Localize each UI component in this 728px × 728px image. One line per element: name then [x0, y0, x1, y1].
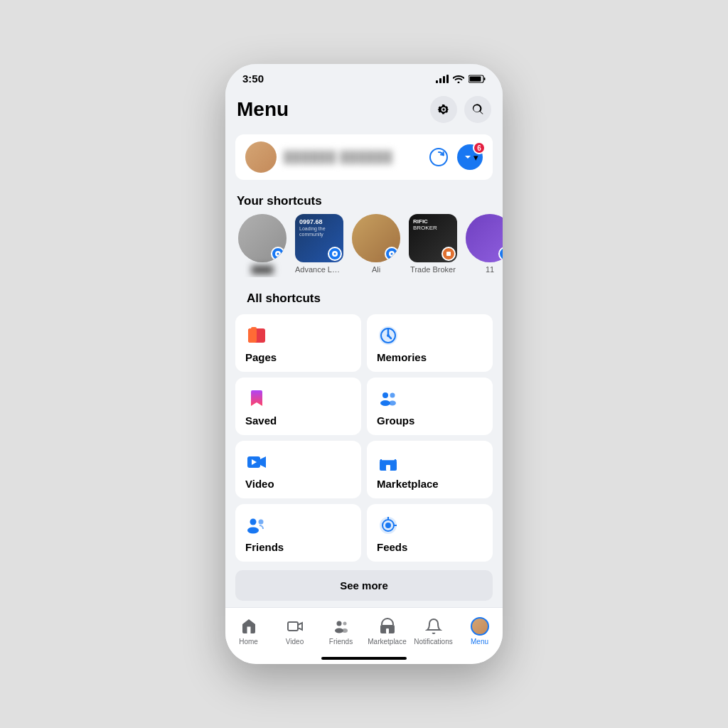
groups-card[interactable]: Groups	[367, 378, 493, 435]
shortcut-label: ████	[251, 265, 273, 274]
svg-rect-6	[248, 328, 257, 343]
groups-icon	[377, 387, 400, 410]
svg-rect-27	[288, 622, 298, 631]
nav-menu[interactable]: Menu	[456, 617, 503, 646]
battery-icon	[469, 75, 486, 83]
header-icons	[430, 96, 491, 123]
shortcuts-grid: Pages Memories	[235, 314, 493, 562]
saved-icon	[245, 387, 268, 410]
svg-point-29	[343, 621, 346, 625]
signal-icon	[436, 75, 449, 83]
list-item[interactable]: 11	[464, 214, 503, 274]
see-more-button[interactable]: See more	[235, 570, 493, 601]
nav-notifications-label: Notifications	[414, 638, 452, 646]
feeds-icon	[377, 514, 400, 537]
nav-home-label: Home	[239, 638, 258, 646]
svg-rect-4	[446, 252, 451, 256]
nav-menu-label: Menu	[471, 638, 488, 646]
refresh-icon	[428, 146, 449, 168]
svg-point-3	[430, 149, 447, 166]
nav-notifications[interactable]: Notifications	[410, 617, 456, 646]
svg-rect-33	[386, 628, 389, 633]
all-shortcuts-section: All shortcuts Pages	[225, 277, 503, 567]
video-label: Video	[245, 478, 274, 490]
bottom-nav: Home Video Friends	[225, 607, 503, 664]
wifi-icon	[453, 75, 464, 83]
status-bar: 3:50	[225, 64, 503, 89]
friends-icon	[245, 514, 268, 537]
home-icon	[240, 617, 258, 636]
profile-left: ██████ ██████	[245, 141, 392, 173]
memories-label: Memories	[377, 351, 427, 363]
search-icon	[471, 102, 485, 117]
shortcuts-title: Your shortcuts	[225, 186, 503, 214]
svg-point-13	[380, 400, 390, 406]
marketplace-label: Marketplace	[377, 478, 439, 490]
friends-label: Friends	[245, 541, 284, 553]
nav-video-icon	[286, 617, 304, 636]
shortcut-label: Trade Broker	[410, 265, 456, 274]
settings-button[interactable]	[430, 96, 457, 123]
video-card[interactable]: Video	[235, 441, 361, 498]
shortcuts-section: Your shortcuts ████ 0997.68 Loading th	[225, 186, 503, 277]
avatar	[245, 141, 277, 173]
svg-rect-1	[484, 77, 486, 80]
nav-friends-icon	[332, 617, 350, 636]
groups-label: Groups	[377, 414, 414, 427]
list-item[interactable]: Ali	[350, 214, 402, 274]
feeds-label: Feeds	[377, 541, 407, 553]
svg-point-24	[385, 523, 391, 528]
refresh-button[interactable]	[426, 144, 451, 170]
svg-point-11	[382, 392, 388, 398]
all-shortcuts-title: All shortcuts	[235, 283, 493, 311]
marketplace-icon	[377, 451, 400, 473]
nav-friends-label: Friends	[329, 638, 353, 646]
nav-marketplace-icon	[378, 617, 397, 636]
shortcut-label: Advance Loading S...	[295, 265, 343, 274]
pages-card[interactable]: Pages	[235, 314, 361, 372]
dropdown-container: ▾ 6	[457, 144, 483, 170]
nav-friends[interactable]: Friends	[318, 617, 364, 646]
video-icon	[245, 451, 268, 473]
svg-point-19	[250, 519, 257, 525]
nav-notifications-icon	[424, 617, 443, 636]
profile-card[interactable]: ██████ ██████ ▾	[235, 134, 493, 180]
nav-home[interactable]: Home	[225, 617, 272, 646]
page-title: Menu	[237, 98, 289, 121]
nav-video[interactable]: Video	[272, 617, 318, 646]
saved-card[interactable]: Saved	[235, 378, 361, 435]
search-button[interactable]	[464, 96, 491, 123]
svg-point-28	[336, 621, 341, 626]
gear-icon	[437, 102, 451, 117]
pages-icon	[245, 324, 268, 347]
shortcut-label: 11	[486, 265, 494, 274]
svg-rect-2	[470, 76, 481, 81]
shortcuts-scroll: ████ 0997.68 Loading the community Advan…	[225, 214, 503, 277]
shortcut-label: Ali	[372, 265, 380, 274]
memories-card[interactable]: Memories	[367, 314, 493, 372]
friends-card[interactable]: Friends	[235, 504, 361, 562]
svg-rect-18	[386, 465, 390, 471]
nav-marketplace[interactable]: Marketplace	[364, 617, 410, 646]
nav-avatar	[471, 617, 489, 636]
page-content: Menu ██████ ██████	[225, 89, 503, 658]
chevron-down-icon	[462, 151, 473, 163]
svg-point-31	[342, 628, 348, 633]
list-item[interactable]: RIFIC BROKER Trade Broker	[407, 214, 459, 274]
svg-rect-7	[251, 327, 257, 330]
svg-point-14	[389, 401, 396, 406]
profile-right: ▾ 6	[426, 144, 483, 170]
marketplace-card[interactable]: Marketplace	[367, 441, 493, 498]
svg-point-12	[390, 393, 395, 398]
profile-name: ██████ ██████	[284, 151, 392, 164]
feeds-card[interactable]: Feeds	[367, 504, 493, 562]
nav-video-label: Video	[286, 638, 304, 646]
home-indicator	[321, 657, 407, 660]
list-item[interactable]: 0997.68 Loading the community Advance Lo…	[294, 214, 345, 274]
header: Menu	[225, 89, 503, 129]
notification-badge: 6	[473, 141, 486, 154]
memories-icon	[377, 324, 400, 347]
list-item[interactable]: ████	[237, 214, 288, 274]
status-time: 3:50	[242, 73, 264, 85]
svg-point-20	[259, 520, 264, 525]
